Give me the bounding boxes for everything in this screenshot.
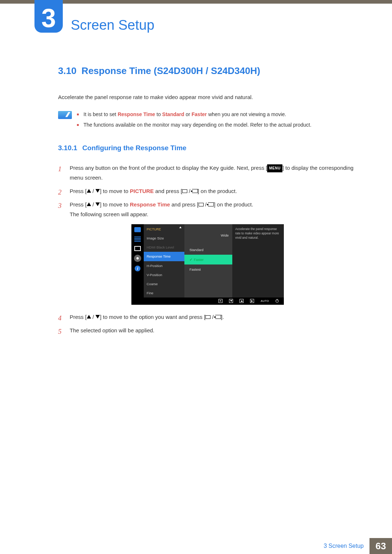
osd-screenshot: i PICTURE Image Size HDMI Black Level Re… — [131, 224, 284, 305]
text: Press [ — [70, 201, 87, 208]
note-item: It is best to set Response Time to Stand… — [77, 110, 354, 119]
down-arrow-icon — [95, 202, 100, 206]
section-heading: 3.10Response Time (S24D300H / S24D340H) — [58, 65, 354, 77]
text: to — [155, 111, 162, 117]
rect-icon — [205, 315, 211, 319]
rect-icon — [182, 189, 187, 193]
expand-icon — [134, 246, 141, 251]
osd-sidebar: i — [131, 224, 144, 297]
text: Press [ — [70, 188, 87, 194]
osd-bottom-bar: ✕ AUTO — [131, 297, 284, 305]
note-item: The functions available on the monitor m… — [77, 121, 354, 130]
osd-menu-item-selected: Response Time — [144, 252, 184, 261]
keyword-picture: PICTURE — [130, 188, 154, 194]
osd-menu-item: H-Position — [144, 261, 184, 270]
section-number: 3.10 — [58, 65, 77, 76]
step-3: Press [ / ] to move to Response Time and… — [58, 200, 354, 305]
close-icon: ✕ — [219, 299, 222, 303]
down-arrow-icon — [95, 189, 100, 193]
section-intro: Accelerate the panel response rate to ma… — [58, 93, 354, 102]
osd-menu-item: Image Size — [144, 234, 184, 243]
subsection-heading: 3.10.1Configuring the Response Time — [58, 144, 354, 152]
step-5: The selected option will be applied. — [58, 325, 354, 335]
menu-button-badge: MENU — [267, 164, 282, 172]
osd-menu-header: PICTURE — [147, 226, 161, 232]
up-arrow-icon — [179, 226, 181, 228]
osd-menu-item-disabled: HDMI Black Level — [144, 243, 184, 252]
enter-icon — [215, 315, 221, 319]
osd-menu-column: PICTURE Image Size HDMI Black Level Resp… — [144, 224, 184, 297]
page-footer: 3 Screen Setup 63 — [0, 538, 392, 554]
text: ] to move to the option you want and pre… — [100, 314, 205, 320]
page-content: 3.10Response Time (S24D300H / S24D340H) … — [58, 65, 354, 339]
section-title-text: Response Time (S24D300H / S24D340H) — [82, 65, 260, 76]
gear-icon — [135, 255, 140, 261]
keyword-response-time: Response Time — [130, 201, 170, 208]
text: when you are not viewing a movie. — [207, 111, 286, 117]
osd-help-text: Accelerate the panel response rate to ma… — [232, 224, 284, 297]
auto-label: AUTO — [261, 299, 269, 304]
step-1: Press any button on the front of the pro… — [58, 163, 354, 182]
footer-chapter-label: 3 Screen Setup — [324, 543, 369, 549]
note-block: It is best to set Response Time to Stand… — [58, 110, 354, 132]
rect-icon — [199, 203, 204, 206]
chapter-number-badge: 3 — [34, 0, 63, 33]
keyword-standard: Standard — [162, 111, 184, 117]
monitor-icon — [134, 227, 141, 232]
steps-list: Press any button on the front of the pro… — [58, 163, 354, 335]
text: ]. — [221, 314, 224, 320]
osd-option: Fastest — [184, 264, 232, 274]
osd-menu-item: Fine — [144, 288, 184, 297]
step-2: Press [ / ] to move to PICTURE and press… — [58, 186, 354, 196]
down-arrow-icon — [95, 315, 100, 319]
text: ] to move to — [100, 188, 130, 194]
osd-value-wide: Wide — [184, 231, 232, 245]
text: ] on the product. — [214, 201, 253, 208]
text: ] to move to — [100, 201, 130, 208]
text: It is best to set — [83, 111, 118, 117]
text: Press any button on the front of the pro… — [70, 165, 267, 171]
osd-option-selected: Faster — [184, 255, 232, 264]
info-icon: i — [135, 266, 140, 271]
up-arrow-icon — [87, 202, 91, 206]
text: Press [ — [70, 314, 87, 320]
osd-option: Standard — [184, 245, 232, 255]
right-arrow-icon — [250, 299, 254, 303]
page-number: 63 — [369, 538, 392, 554]
text: and press [ — [170, 201, 198, 208]
subsection-number: 3.10.1 — [58, 144, 77, 152]
up-arrow-icon — [240, 299, 244, 303]
osd-value-column: Wide Standard Faster Fastest — [184, 224, 232, 297]
osd-menu-item: V-Position — [144, 270, 184, 279]
enter-icon — [208, 202, 214, 206]
down-arrow-icon — [229, 299, 233, 303]
text: The following screen will appear. — [70, 211, 148, 217]
note-icon — [58, 111, 72, 119]
osd-menu-item: Coarse — [144, 279, 184, 288]
up-arrow-icon — [87, 315, 91, 319]
text: and press [ — [154, 188, 182, 194]
power-icon — [275, 299, 279, 303]
text: or — [184, 111, 192, 117]
note-list: It is best to set Response Time to Stand… — [77, 110, 354, 132]
step-4: Press [ / ] to move to the option you wa… — [58, 312, 354, 322]
chapter-header: 3 Screen Setup — [34, 8, 154, 33]
subsection-title-text: Configuring the Response Time — [82, 144, 187, 152]
up-arrow-icon — [87, 189, 91, 193]
bars-icon — [134, 237, 141, 242]
keyword-faster: Faster — [192, 111, 207, 117]
text: ] on the product. — [198, 188, 237, 194]
chapter-title: Screen Setup — [71, 17, 154, 33]
keyword-response-time: Response Time — [118, 111, 155, 117]
enter-icon — [192, 189, 198, 193]
